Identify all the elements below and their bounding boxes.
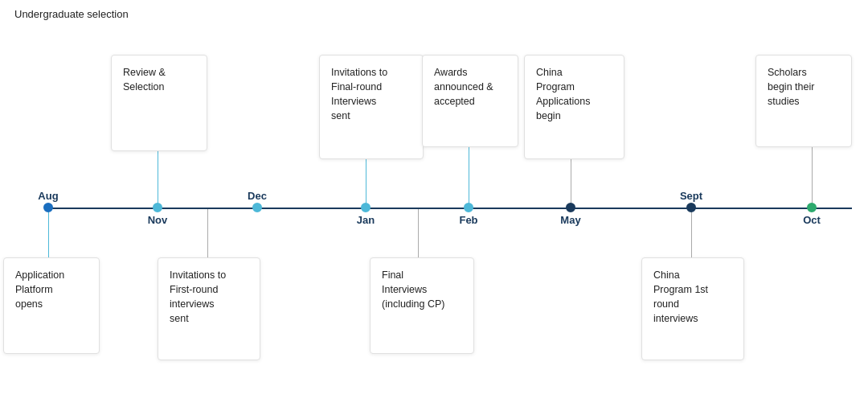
china-program-begin-card: China Program Applications begin	[524, 55, 624, 159]
connector-line	[48, 209, 49, 257]
final-interviews-card: Final Interviews (including CP)	[370, 257, 474, 354]
timeline-area: Undergraduate selection AugNovDecJanFebM…	[0, 0, 868, 407]
page-title: Undergraduate selection	[14, 8, 129, 20]
connector-line	[366, 159, 366, 208]
application-platform-card: Application Platform opens	[3, 257, 100, 354]
connector-line	[691, 209, 692, 257]
invitations-final-card: Invitations to Final-round Interviews se…	[319, 55, 424, 159]
timeline-dot	[153, 203, 162, 212]
timeline-dot	[464, 203, 473, 212]
month-label: May	[560, 214, 580, 226]
connector-line	[571, 159, 571, 208]
connector-line	[469, 147, 469, 208]
month-label: Dec	[248, 190, 267, 202]
timeline-dot	[252, 203, 262, 212]
timeline-dot	[807, 203, 817, 212]
connector-line	[812, 147, 813, 208]
timeline-dot	[361, 203, 371, 212]
month-label: Sept	[680, 190, 702, 202]
timeline-dot	[686, 203, 696, 212]
month-label: Feb	[459, 214, 477, 226]
timeline-line	[48, 208, 852, 209]
connector-line	[418, 209, 419, 257]
month-label: Oct	[803, 214, 821, 226]
scholars-begin-card: Scholars begin their studies	[755, 55, 852, 147]
timeline-dot	[43, 203, 53, 212]
month-label: Nov	[148, 214, 168, 226]
connector-line	[207, 209, 208, 257]
month-label: Jan	[357, 214, 375, 226]
connector-line	[158, 151, 158, 208]
timeline-dot	[566, 203, 575, 212]
awards-announced-card: Awards announced & accepted	[422, 55, 518, 147]
month-label: Aug	[38, 190, 58, 202]
invitations-first-card: Invitations to First-round interviews se…	[158, 257, 260, 360]
review-selection-card: Review & Selection	[111, 55, 207, 151]
china-program-interviews-card: China Program 1st round interviews	[641, 257, 744, 360]
